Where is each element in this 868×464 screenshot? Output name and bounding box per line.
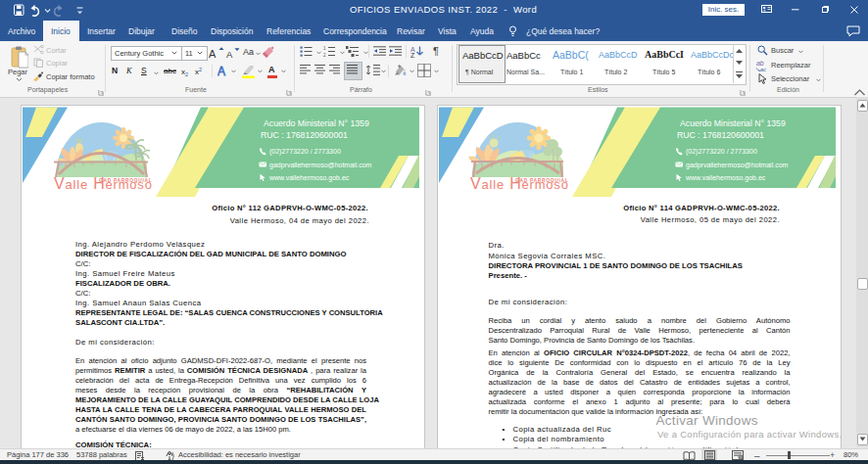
svg-text:gadprvallehermoso@hotmail.com: gadprvallehermoso@hotmail.com — [269, 162, 372, 169]
svg-text:Z: Z — [410, 52, 415, 58]
svg-text:A: A — [226, 49, 233, 60]
svg-text:GAD PARROQUIAL: GAD PARROQUIAL — [99, 178, 152, 183]
svg-text:1: 1 — [323, 46, 326, 51]
svg-text:Acuerdo Ministerial N° 1359: Acuerdo Ministerial N° 1359 — [680, 118, 786, 128]
svg-text:RUC : 1768120600001: RUC : 1768120600001 — [261, 130, 348, 140]
svg-text:RUC : 1768120600001: RUC : 1768120600001 — [677, 130, 764, 140]
svg-text:www.vallehermoso.gob.ec: www.vallehermoso.gob.ec — [268, 174, 350, 182]
svg-text:2: 2 — [323, 53, 326, 57]
svg-text:www.vallehermoso.gob.ec: www.vallehermoso.gob.ec — [685, 174, 766, 182]
svg-text:A: A — [209, 48, 217, 60]
svg-text:A: A — [217, 65, 225, 77]
svg-text:GAD PARROQUIAL: GAD PARROQUIAL — [515, 178, 568, 183]
svg-text:(02)2773220 / 2773300: (02)2773220 / 2773300 — [269, 148, 341, 156]
svg-text:(02)2773220 / 2773300: (02)2773220 / 2773300 — [686, 148, 757, 156]
svg-text:Acuerdo Ministerial N° 1359: Acuerdo Ministerial N° 1359 — [264, 118, 369, 128]
svg-text:ac: ac — [760, 66, 766, 70]
svg-text:gadprvallehermoso@hotmail.com: gadprvallehermoso@hotmail.com — [686, 162, 789, 169]
